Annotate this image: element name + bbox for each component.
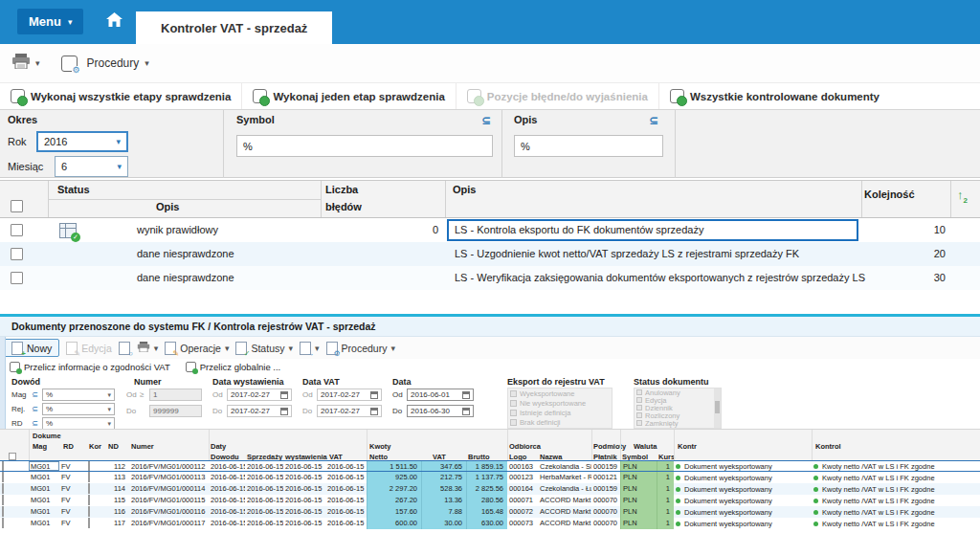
group-odbiorca[interactable]: Odbiorca [509, 442, 541, 451]
subset-filter-icon[interactable]: ⊆ [32, 419, 38, 428]
calendar-icon[interactable] [462, 391, 470, 399]
row-checkbox[interactable] [11, 224, 23, 236]
scrollbar-thumb[interactable] [715, 401, 720, 413]
operacje-menu-button[interactable]: ✎ Operacje ▾ [165, 342, 229, 355]
row-checkbox[interactable] [2, 495, 4, 505]
col-mag[interactable]: Mag [33, 442, 47, 451]
row-opis: LS - Kontrola eksportu do FK dokumentów … [455, 218, 703, 242]
dvat-od-input[interactable]: 2017-02-27 [317, 389, 382, 401]
table-row[interactable]: dane niesprawdzone LS - Uzgodnienie kwot… [0, 242, 980, 266]
group-podmioty[interactable]: Podmioty [593, 442, 626, 451]
col-kor[interactable]: Kor [89, 442, 101, 451]
group-daty[interactable]: Daty [211, 442, 226, 451]
cell-status-kontrola: Kwoty netto /VAT w LS i FK zgodne [822, 519, 935, 529]
all-controlled-documents-button[interactable]: Wszystkie kontrolowane dokumenty [659, 83, 890, 109]
subset-filter-icon[interactable]: ⊆ [32, 390, 38, 399]
cell-vat: 30.00 [421, 518, 466, 529]
group-waluta[interactable]: Waluta [634, 442, 657, 451]
col-rd[interactable]: RD [63, 442, 74, 451]
print-button[interactable]: ▾ [137, 342, 159, 354]
row-checkbox[interactable] [2, 483, 4, 494]
kor-checkbox[interactable] [88, 472, 90, 482]
dwyst-do-input[interactable]: 2017-02-27 [227, 405, 292, 417]
cell-mag: MG01 [29, 472, 59, 483]
rok-select[interactable]: 2016 ▾ [36, 131, 128, 152]
opis-input[interactable]: % [514, 135, 663, 157]
table-row[interactable]: MG01 FV 115 2016/FV/MG01/000115 2016-06-… [0, 495, 980, 506]
miesiac-select[interactable]: 6 ▾ [55, 156, 128, 177]
data-do-input[interactable]: 2016-06-30 [407, 405, 474, 417]
liczba-bledow-header-line1[interactable]: Liczba [325, 184, 358, 195]
dvat-od-label: Od [302, 390, 313, 399]
sort-ascending-icon[interactable]: ↑2 [957, 188, 968, 205]
row-checkbox[interactable] [2, 518, 4, 528]
table-row[interactable]: MG01 FV 117 2016/FV/MG01/000117 2016-06-… [0, 518, 980, 529]
przelicz-globalnie-button[interactable]: Przelicz globalnie ... [186, 362, 280, 372]
preview-button[interactable]: ○ [119, 342, 130, 355]
home-button[interactable] [98, 9, 130, 34]
liczba-bledow-header-line2[interactable]: błędów [325, 201, 362, 212]
group-dokument[interactable]: Dokume [33, 432, 61, 440]
row-checkbox[interactable] [2, 506, 4, 517]
export-menu-button[interactable]: → ▾ [300, 342, 320, 355]
data-od-input[interactable]: 2016-06-01 [407, 389, 474, 401]
table-row[interactable]: MG01 FV 112 2016/FV/MG01/000112 2016-06-… [0, 460, 980, 472]
select-all-checkbox[interactable] [9, 453, 16, 460]
table-row[interactable]: ✓ wynik prawidłowy 0 LS - Kontrola ekspo… [0, 218, 980, 242]
przelicz-zgodnosc-button[interactable]: Przelicz informacje o zgodności VAT [10, 362, 170, 372]
cell-logo: 000164 [507, 483, 538, 495]
status-opis-subheader[interactable]: Opis [156, 201, 179, 212]
kor-checkbox[interactable] [88, 461, 90, 471]
nowy-button[interactable]: + Nowy [4, 339, 59, 357]
opis-column-header[interactable]: Opis [453, 184, 476, 195]
subset-filter-icon[interactable]: ⊆ [481, 114, 491, 127]
calendar-icon[interactable] [370, 408, 378, 415]
col-nd[interactable]: ND [108, 442, 119, 451]
row-checkbox[interactable] [2, 472, 4, 482]
row-checkbox[interactable] [11, 272, 23, 284]
subset-filter-icon[interactable]: ⊆ [32, 405, 38, 413]
statusy-menu-button[interactable]: ✓ Statusy ▾ [235, 342, 293, 355]
kor-checkbox[interactable] [88, 483, 90, 494]
table-row[interactable]: MG01 FV 116 2016/FV/MG01/000116 2016-06-… [0, 506, 980, 518]
mag-select[interactable]: %▾ [42, 389, 115, 401]
col-numer[interactable]: Numer [131, 442, 154, 451]
subset-filter-icon[interactable]: ⊆ [649, 114, 658, 127]
table-row[interactable]: MG01 FV 114 2016/FV/MG01/000114 2016-06-… [0, 483, 980, 495]
tab-kontroler-vat[interactable]: Kontroler VAT - sprzedaż [136, 11, 332, 44]
group-kontrola-1[interactable]: Kontr [678, 442, 697, 451]
numer-do-input[interactable]: 999999 [149, 405, 202, 417]
status-dokumentu-label: Status dokumentu [634, 377, 709, 387]
table-row[interactable]: MG01 FV 113 2016/FV/MG01/000113 2016-06-… [0, 472, 980, 483]
chevron-down-icon: ▾ [117, 162, 122, 171]
kolejnosc-column-header[interactable]: Kolejność [864, 189, 915, 200]
procedury-menu-button[interactable]: ⚙ Procedury ▾ [326, 342, 395, 355]
kor-checkbox[interactable] [88, 518, 90, 528]
calendar-icon[interactable] [280, 408, 288, 415]
scrollbar[interactable] [714, 389, 721, 428]
kor-checkbox[interactable] [88, 495, 90, 505]
menu-button[interactable]: Menu ▾ [17, 9, 83, 34]
calendar-icon[interactable] [462, 408, 470, 415]
row-checkbox[interactable] [2, 461, 4, 471]
numer-od-input[interactable]: 1 [149, 389, 202, 401]
kor-checkbox[interactable] [88, 506, 90, 517]
dvat-do-input[interactable]: 2017-02-27 [317, 405, 382, 417]
run-all-steps-button[interactable]: Wykonaj wszystkie etapy sprawdzenia [0, 83, 242, 109]
group-kwoty[interactable]: Kwoty [369, 442, 391, 451]
rej-select[interactable]: %▾ [42, 403, 115, 415]
calendar-icon[interactable] [370, 391, 378, 399]
print-button[interactable]: ▾ [11, 54, 40, 73]
calendar-icon[interactable] [280, 391, 288, 399]
row-checkbox[interactable] [11, 248, 23, 260]
status-column-header[interactable]: Status [57, 184, 90, 195]
cell-netto: 600.00 [367, 518, 421, 529]
select-all-checkbox[interactable] [11, 200, 23, 212]
dwyst-od-input[interactable]: 2017-02-27 [227, 389, 292, 401]
run-one-step-button[interactable]: Wykonaj jeden etap sprawdzenia [242, 83, 456, 109]
group-kontrola-2[interactable]: Kontrol [815, 442, 841, 451]
procedury-menu-button[interactable]: ⚙ Procedury ▾ [48, 56, 149, 72]
collapsed-side-strip[interactable] [0, 337, 6, 429]
symbol-input[interactable]: % [236, 135, 493, 157]
table-row[interactable]: dane niesprawdzone LS - Weryfikacja zaks… [0, 266, 980, 290]
